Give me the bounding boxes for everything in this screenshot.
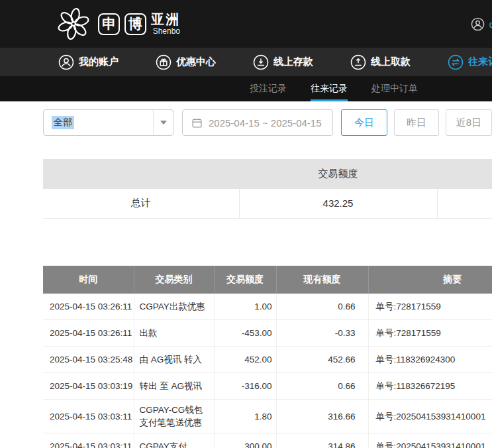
cell-summary: 单号:728171559 [368,294,492,320]
summary-section: 交易额度 总计 432.25 [43,159,492,219]
top-header: 申 博 亚洲 Shenbo q [0,0,492,48]
sub-nav: 投注记录 往来记录 处理中订单 [0,76,492,101]
last-8-days-button[interactable]: 近8日 [446,109,492,136]
cell-summary: 单号:118326672195 [368,373,492,400]
cell-summary: 单号:202504153931410001 [368,400,492,433]
cell-summary: 单号:118326924300 [368,347,492,373]
pinwheel-flower-icon [56,6,91,42]
cell-type: CGPAY-CG钱包支付笔笔送优惠 [134,400,214,433]
cell-balance: 0.66 [276,373,368,400]
summary-header-row: 交易额度 [43,159,492,189]
summary-total-row: 总计 432.25 [43,189,492,218]
cell-summary: 单号:202504153931410001 [368,433,492,448]
nav-item-my-account[interactable]: 我的账户 [58,54,119,70]
nav-item-transaction-records[interactable]: 往来记录 [448,54,492,70]
tab-processing-orders[interactable]: 处理中订单 [371,76,418,101]
tab-transaction-records[interactable]: 往来记录 [311,76,348,101]
date-range-picker[interactable]: 2025-04-15 ~ 2025-04-15 [182,109,333,136]
page: 申 博 亚洲 Shenbo q 我的账户 [0,0,492,448]
nav-item-label: 我的账户 [79,56,119,68]
chevron-down-icon [160,121,167,125]
withdraw-arrow-up-icon [350,54,366,70]
cell-time: 2025-04-15 03:03:11 [43,433,134,448]
summary-header-blank [437,159,492,189]
records-table: 时间 交易类别 交易额度 现有额度 摘要 2025-04-15 03:26:11… [43,266,492,448]
nav-item-online-deposit[interactable]: 线上存款 [253,54,313,70]
col-header-time: 时间 [43,266,134,294]
cell-type: 转出 至 AG视讯 [134,373,214,400]
table-row: 2025-04-15 03:26:11 CGPAY出款优惠 1.00 0.66 … [43,294,492,320]
cell-type: 出款 [134,320,214,347]
cell-balance: 316.66 [276,400,368,433]
user-area: q [471,0,492,48]
username-text[interactable]: q [489,19,492,30]
nav-item-online-withdraw[interactable]: 线上取款 [350,54,411,70]
records-header-row: 时间 交易类别 交易额度 现有额度 摘要 [43,266,492,294]
summary-blank-cell [437,189,492,218]
filter-bar: 全部 2025-04-15 ~ 2025-04-15 今日 昨日 近8日 [43,109,492,136]
summary-total-value: 432.25 [239,189,437,218]
table-row: 2025-04-15 03:25:48 由 AG视讯 转入 452.00 452… [43,347,492,373]
type-select-dropdown[interactable]: 全部 [43,109,173,136]
nav-item-label: 线上存款 [273,56,313,68]
brand-logo[interactable]: 申 博 亚洲 Shenbo [56,6,180,42]
summary-total-label: 总计 [43,189,239,218]
promo-gift-icon [156,54,172,70]
cell-amount: -316.00 [214,373,276,400]
cell-balance: -0.33 [276,320,368,347]
summary-header-amount: 交易额度 [239,159,437,189]
summary-table: 交易额度 总计 432.25 [43,159,492,219]
records-section: 时间 交易类别 交易额度 现有额度 摘要 2025-04-15 03:26:11… [43,266,492,448]
cell-time: 2025-04-15 03:26:11 [43,294,134,320]
col-header-summary: 摘要 [368,266,492,294]
cell-amount: 1.80 [214,400,276,433]
cell-summary: 单号:728171559 [368,320,492,347]
cell-type: 由 AG视讯 转入 [134,347,214,373]
logo-char-box: 申 [98,13,120,35]
logo-brand-text: Shenbo [153,27,180,35]
summary-header-blank [43,159,239,189]
today-button[interactable]: 今日 [341,109,387,136]
cell-time: 2025-04-15 03:25:48 [43,347,134,373]
main-nav: 我的账户 优惠中心 线上存款 线上取款 [0,48,492,76]
cell-amount: -453.00 [214,320,276,347]
cell-balance: 314.86 [276,433,368,448]
table-row: 2025-04-15 03:26:11 出款 -453.00 -0.33 单号:… [43,320,492,347]
dropdown-arrow-zone[interactable] [153,110,173,135]
table-row: 2025-04-15 03:03:11 CGPAY-CG钱包支付笔笔送优惠 1.… [43,400,492,433]
cell-balance: 0.66 [276,294,368,320]
nav-item-label: 往来记录 [468,56,492,68]
transfer-arrows-icon [448,54,464,70]
person-circle-icon[interactable] [471,17,485,31]
nav-item-label: 优惠中心 [176,56,216,68]
col-header-amount: 交易额度 [214,266,276,294]
calendar-icon [191,117,203,129]
logo-region-text: 亚洲 [151,13,180,26]
cell-amount: 452.00 [214,347,276,373]
account-person-icon [58,54,74,70]
tab-betting-records[interactable]: 投注记录 [250,76,287,101]
cell-type: CGPAY出款优惠 [134,294,214,320]
table-row: 2025-04-15 03:03:11 CGPAY支付 300.00 314.8… [43,433,492,448]
col-header-balance: 现有额度 [276,266,368,294]
cell-amount: 1.00 [214,294,276,320]
cell-type: CGPAY支付 [134,433,214,448]
logo-char-box: 博 [124,13,146,35]
logo-text-stack: 亚洲 Shenbo [151,13,180,35]
cell-time: 2025-04-15 03:03:19 [43,373,134,400]
date-range-value: 2025-04-15 ~ 2025-04-15 [209,117,322,129]
type-select-value: 全部 [52,116,74,129]
cell-time: 2025-04-15 03:26:11 [43,320,134,347]
cell-amount: 300.00 [214,433,276,448]
yesterday-button[interactable]: 昨日 [394,109,439,136]
cell-balance: 452.66 [276,347,368,373]
nav-item-label: 线上取款 [371,56,411,68]
table-row: 2025-04-15 03:03:19 转出 至 AG视讯 -316.00 0.… [43,373,492,400]
cell-time: 2025-04-15 03:03:11 [43,400,134,433]
deposit-arrow-down-icon [253,54,269,70]
col-header-type: 交易类别 [134,266,214,294]
nav-item-promo-center[interactable]: 优惠中心 [156,54,216,70]
